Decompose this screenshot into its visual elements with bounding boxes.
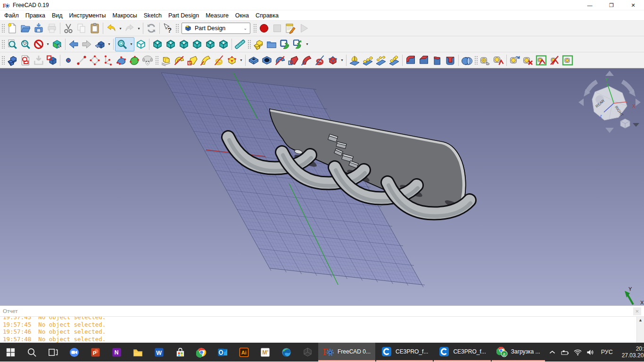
nav-forward-button[interactable]: [80, 38, 93, 51]
report-log[interactable]: 19:57:45 No object selected.19:57:45 No …: [0, 317, 644, 343]
create-group-button[interactable]: [265, 38, 278, 51]
subtractive-primitive-button-dropdown[interactable]: ▾: [339, 58, 345, 62]
box-selection-button[interactable]: [50, 38, 64, 51]
view-axonometric-button-dropdown[interactable]: ▾: [107, 42, 112, 46]
additive-primitive-button-dropdown[interactable]: ▾: [239, 58, 244, 62]
restore-button[interactable]: ❐: [601, 0, 622, 10]
additive-pipe-button[interactable]: [199, 54, 212, 67]
menu-item-7[interactable]: Part Design: [165, 11, 202, 20]
clone-button[interactable]: [141, 54, 154, 67]
toolbar-grip[interactable]: [253, 24, 256, 33]
draft-button[interactable]: [430, 54, 444, 67]
measure-linear-button[interactable]: [479, 54, 492, 67]
m-app-button[interactable]: M’: [255, 343, 276, 362]
macro-run-button[interactable]: [297, 22, 310, 35]
sync-zoom-button[interactable]: [116, 38, 129, 51]
open-document-button[interactable]: [19, 22, 32, 35]
mirrored-button[interactable]: [348, 54, 361, 67]
create-part-button[interactable]: [252, 38, 265, 51]
navcube-home-icon[interactable]: [620, 119, 630, 128]
subtractive-loft-button[interactable]: [287, 54, 300, 67]
whats-this-button[interactable]: ?: [161, 22, 174, 35]
undo-button[interactable]: [105, 22, 118, 35]
measure-toggle-3d-button[interactable]: [548, 54, 561, 67]
taskbar-clock[interactable]: 20:36 27.03.2021: [617, 346, 644, 359]
datum-plane-button[interactable]: [88, 54, 101, 67]
new-document-button[interactable]: [6, 22, 19, 35]
measure-toggle-delta-button[interactable]: [561, 54, 574, 67]
view-axonometric-button[interactable]: [93, 38, 107, 51]
toolbar-grip[interactable]: [1, 56, 5, 65]
thickness-button[interactable]: [444, 54, 457, 67]
make-link-group-button-dropdown[interactable]: ▾: [305, 42, 310, 46]
draw-style-button-dropdown[interactable]: ▾: [45, 42, 50, 46]
sub-shape-binder-button[interactable]: [128, 54, 141, 67]
pocket-button[interactable]: [247, 54, 260, 67]
menu-item-6[interactable]: Sketch: [140, 11, 165, 20]
toolbar-grip[interactable]: [175, 24, 179, 33]
task-cura-1[interactable]: CE3PRO_f...: [376, 343, 433, 362]
copy-button[interactable]: [75, 22, 88, 35]
store-button[interactable]: [170, 343, 191, 362]
3d-viewport[interactable]: REAR RIGHT Y X Z Y X: [0, 68, 644, 305]
menu-item-3[interactable]: Вид: [49, 11, 66, 20]
sync-zoom-button-dropdown[interactable]: ▾: [129, 42, 134, 46]
chamfer-button[interactable]: [417, 54, 430, 67]
menu-item-2[interactable]: Правка: [22, 11, 49, 20]
view-left-button[interactable]: [217, 38, 230, 51]
chrome-button[interactable]: [191, 343, 212, 362]
measure-toggle-all-button[interactable]: [535, 54, 548, 67]
make-link-button[interactable]: [278, 38, 291, 51]
outlook-button[interactable]: [212, 343, 233, 362]
linear-pattern-button[interactable]: [361, 54, 374, 67]
measure-angular-button[interactable]: [492, 54, 505, 67]
draw-style-button[interactable]: [32, 38, 45, 51]
toolbar-grip[interactable]: [1, 24, 5, 33]
macro-stop-button[interactable]: [271, 22, 284, 35]
macro-record-button[interactable]: [257, 22, 271, 35]
toolbar-grip[interactable]: [155, 56, 158, 65]
datum-line-button[interactable]: [75, 54, 88, 67]
fillet-button[interactable]: [404, 54, 417, 67]
view-rear-button[interactable]: [190, 38, 204, 51]
menu-item-1[interactable]: Файл: [1, 11, 22, 20]
menu-item-10[interactable]: Справка: [252, 11, 282, 20]
redo-button[interactable]: [123, 22, 136, 35]
report-scrollbar[interactable]: ▲: [636, 317, 644, 343]
toolbar-grip[interactable]: [248, 40, 251, 49]
toolbar-grip[interactable]: [1, 40, 5, 49]
minimize-button[interactable]: —: [579, 0, 601, 10]
subtractive-primitive-button[interactable]: [326, 54, 339, 67]
file-explorer-button[interactable]: [127, 343, 149, 362]
view-isometric-button[interactable]: [134, 38, 148, 51]
save-document-button[interactable]: [32, 22, 45, 35]
illustrator-button[interactable]: Ai: [233, 343, 255, 362]
fit-all-button[interactable]: [6, 38, 19, 51]
subtractive-pipe-button[interactable]: [300, 54, 313, 67]
tray-wifi-button[interactable]: [571, 348, 584, 357]
additive-helix-button[interactable]: [212, 54, 225, 67]
cut-button[interactable]: [62, 22, 75, 35]
measure-clear-all-button[interactable]: [521, 54, 535, 67]
word-button[interactable]: W: [149, 343, 170, 362]
view-front-button[interactable]: [151, 38, 164, 51]
leave-sketch-button[interactable]: [32, 54, 45, 67]
pad-button[interactable]: [159, 54, 173, 67]
hole-button[interactable]: [260, 54, 273, 67]
powerpoint-button[interactable]: P: [85, 343, 106, 362]
edge-button[interactable]: [276, 343, 297, 362]
language-indicator[interactable]: РУС: [597, 349, 617, 355]
subtractive-helix-button[interactable]: [313, 54, 326, 67]
toolbar-grip[interactable]: [474, 56, 478, 65]
shape-binder-button[interactable]: [115, 54, 128, 67]
polar-pattern-button[interactable]: [374, 54, 388, 67]
nav-back-button[interactable]: [67, 38, 80, 51]
task-cura-2[interactable]: CE3PRO_f...: [434, 343, 490, 362]
undo-button-dropdown[interactable]: ▾: [118, 26, 123, 31]
additive-primitive-button[interactable]: [225, 54, 239, 67]
groove-button[interactable]: [273, 54, 287, 67]
macro-edit-button[interactable]: [284, 22, 297, 35]
search-button[interactable]: [21, 343, 42, 362]
report-close-icon[interactable]: ✕: [633, 307, 641, 315]
task-chrome-download[interactable]: дЗагрузка ...: [492, 343, 545, 362]
